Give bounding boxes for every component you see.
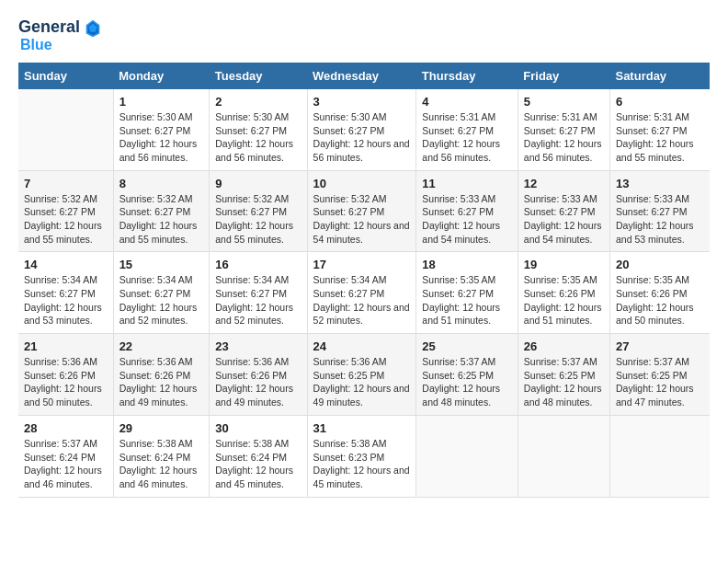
day-number: 2 (215, 95, 301, 109)
day-number: 27 (616, 339, 704, 353)
calendar-cell: 17Sunrise: 5:34 AMSunset: 6:27 PMDayligh… (307, 252, 416, 334)
day-number: 5 (524, 95, 604, 109)
day-sun-info: Sunrise: 5:37 AMSunset: 6:24 PMDaylight:… (24, 437, 108, 491)
weekday-header-sunday: Sunday (18, 63, 113, 89)
page-header: General Blue (18, 18, 710, 53)
day-number: 17 (313, 258, 411, 271)
day-number: 24 (313, 339, 411, 353)
calendar-week-row: 28Sunrise: 5:37 AMSunset: 6:24 PMDayligh… (18, 415, 710, 497)
weekday-header-thursday: Thursday (416, 63, 518, 89)
day-sun-info: Sunrise: 5:32 AMSunset: 6:27 PMDaylight:… (119, 192, 204, 247)
day-number: 20 (616, 258, 704, 271)
calendar-cell: 21Sunrise: 5:36 AMSunset: 6:26 PMDayligh… (18, 334, 113, 416)
day-number: 4 (422, 95, 511, 109)
day-number: 19 (524, 258, 604, 271)
day-number: 21 (24, 339, 108, 353)
day-sun-info: Sunrise: 5:33 AMSunset: 6:27 PMDaylight:… (616, 192, 704, 247)
calendar-cell: 26Sunrise: 5:37 AMSunset: 6:25 PMDayligh… (518, 334, 609, 416)
calendar-week-row: 21Sunrise: 5:36 AMSunset: 6:26 PMDayligh… (18, 334, 710, 416)
day-number: 25 (422, 339, 511, 353)
calendar-week-row: 1Sunrise: 5:30 AMSunset: 6:27 PMDaylight… (18, 89, 710, 170)
calendar-cell: 1Sunrise: 5:30 AMSunset: 6:27 PMDaylight… (113, 89, 210, 170)
day-number: 7 (24, 177, 108, 190)
day-number: 31 (313, 421, 411, 435)
day-sun-info: Sunrise: 5:35 AMSunset: 6:27 PMDaylight:… (422, 273, 511, 327)
day-number: 23 (215, 339, 301, 353)
weekday-header-wednesday: Wednesday (307, 63, 416, 89)
calendar-cell: 28Sunrise: 5:37 AMSunset: 6:24 PMDayligh… (18, 415, 113, 497)
day-sun-info: Sunrise: 5:31 AMSunset: 6:27 PMDaylight:… (616, 110, 704, 165)
day-number: 12 (524, 177, 604, 190)
day-number: 8 (119, 177, 204, 190)
day-number: 9 (215, 177, 301, 190)
day-sun-info: Sunrise: 5:36 AMSunset: 6:26 PMDaylight:… (24, 355, 108, 409)
day-number: 16 (215, 258, 301, 271)
calendar-cell: 23Sunrise: 5:36 AMSunset: 6:26 PMDayligh… (210, 334, 307, 416)
day-number: 18 (422, 258, 511, 271)
weekday-header-tuesday: Tuesday (210, 63, 307, 89)
day-sun-info: Sunrise: 5:30 AMSunset: 6:27 PMDaylight:… (119, 110, 204, 165)
day-number: 29 (119, 421, 204, 435)
calendar-cell: 18Sunrise: 5:35 AMSunset: 6:27 PMDayligh… (416, 252, 518, 334)
day-sun-info: Sunrise: 5:34 AMSunset: 6:27 PMDaylight:… (24, 273, 108, 327)
day-number: 28 (24, 421, 108, 435)
calendar-cell: 31Sunrise: 5:38 AMSunset: 6:23 PMDayligh… (307, 415, 416, 497)
calendar-cell (609, 415, 710, 497)
calendar-cell: 30Sunrise: 5:38 AMSunset: 6:24 PMDayligh… (210, 415, 307, 497)
calendar-cell: 8Sunrise: 5:32 AMSunset: 6:27 PMDaylight… (113, 170, 210, 252)
calendar-cell: 11Sunrise: 5:33 AMSunset: 6:27 PMDayligh… (416, 170, 518, 252)
day-sun-info: Sunrise: 5:34 AMSunset: 6:27 PMDaylight:… (215, 273, 301, 327)
calendar-cell: 7Sunrise: 5:32 AMSunset: 6:27 PMDaylight… (18, 170, 113, 252)
weekday-header-saturday: Saturday (609, 63, 710, 89)
day-number: 22 (119, 339, 204, 353)
day-sun-info: Sunrise: 5:37 AMSunset: 6:25 PMDaylight:… (524, 355, 604, 409)
day-sun-info: Sunrise: 5:33 AMSunset: 6:27 PMDaylight:… (524, 192, 604, 247)
day-sun-info: Sunrise: 5:32 AMSunset: 6:27 PMDaylight:… (215, 192, 301, 247)
day-number: 1 (119, 95, 204, 109)
day-sun-info: Sunrise: 5:31 AMSunset: 6:27 PMDaylight:… (524, 110, 604, 165)
day-sun-info: Sunrise: 5:33 AMSunset: 6:27 PMDaylight:… (422, 192, 511, 247)
weekday-header-monday: Monday (113, 63, 210, 89)
day-sun-info: Sunrise: 5:36 AMSunset: 6:26 PMDaylight:… (215, 355, 301, 409)
day-number: 15 (119, 258, 204, 271)
day-sun-info: Sunrise: 5:38 AMSunset: 6:24 PMDaylight:… (119, 437, 204, 491)
day-sun-info: Sunrise: 5:36 AMSunset: 6:25 PMDaylight:… (313, 355, 411, 409)
day-sun-info: Sunrise: 5:34 AMSunset: 6:27 PMDaylight:… (313, 273, 411, 327)
calendar-week-row: 7Sunrise: 5:32 AMSunset: 6:27 PMDaylight… (18, 170, 710, 252)
day-sun-info: Sunrise: 5:34 AMSunset: 6:27 PMDaylight:… (119, 273, 204, 327)
day-number: 14 (24, 258, 108, 271)
calendar-cell: 25Sunrise: 5:37 AMSunset: 6:25 PMDayligh… (416, 334, 518, 416)
day-number: 11 (422, 177, 511, 190)
logo: General Blue (18, 18, 101, 53)
calendar-header-row: SundayMondayTuesdayWednesdayThursdayFrid… (18, 63, 710, 89)
day-number: 26 (524, 339, 604, 353)
day-sun-info: Sunrise: 5:30 AMSunset: 6:27 PMDaylight:… (313, 110, 411, 165)
day-sun-info: Sunrise: 5:32 AMSunset: 6:27 PMDaylight:… (24, 192, 108, 247)
calendar-cell: 12Sunrise: 5:33 AMSunset: 6:27 PMDayligh… (518, 170, 609, 252)
day-sun-info: Sunrise: 5:30 AMSunset: 6:27 PMDaylight:… (215, 110, 301, 165)
calendar-cell: 4Sunrise: 5:31 AMSunset: 6:27 PMDaylight… (416, 89, 518, 170)
weekday-header-friday: Friday (518, 63, 609, 89)
calendar-cell: 13Sunrise: 5:33 AMSunset: 6:27 PMDayligh… (609, 170, 710, 252)
day-number: 30 (215, 421, 301, 435)
calendar-cell: 15Sunrise: 5:34 AMSunset: 6:27 PMDayligh… (113, 252, 210, 334)
calendar-cell: 27Sunrise: 5:37 AMSunset: 6:25 PMDayligh… (609, 334, 710, 416)
day-sun-info: Sunrise: 5:37 AMSunset: 6:25 PMDaylight:… (422, 355, 511, 409)
day-number: 10 (313, 177, 411, 190)
day-sun-info: Sunrise: 5:38 AMSunset: 6:23 PMDaylight:… (313, 437, 411, 491)
day-number: 3 (313, 95, 411, 109)
calendar-week-row: 14Sunrise: 5:34 AMSunset: 6:27 PMDayligh… (18, 252, 710, 334)
calendar-cell: 6Sunrise: 5:31 AMSunset: 6:27 PMDaylight… (609, 89, 710, 170)
calendar-cell: 29Sunrise: 5:38 AMSunset: 6:24 PMDayligh… (113, 415, 210, 497)
day-sun-info: Sunrise: 5:31 AMSunset: 6:27 PMDaylight:… (422, 110, 511, 165)
day-number: 13 (616, 177, 704, 190)
calendar-cell: 16Sunrise: 5:34 AMSunset: 6:27 PMDayligh… (210, 252, 307, 334)
calendar-cell (18, 89, 113, 170)
day-sun-info: Sunrise: 5:35 AMSunset: 6:26 PMDaylight:… (616, 273, 704, 327)
day-sun-info: Sunrise: 5:36 AMSunset: 6:26 PMDaylight:… (119, 355, 204, 409)
day-number: 6 (616, 95, 704, 109)
day-sun-info: Sunrise: 5:32 AMSunset: 6:27 PMDaylight:… (313, 192, 411, 247)
calendar-cell (416, 415, 518, 497)
day-sun-info: Sunrise: 5:35 AMSunset: 6:26 PMDaylight:… (524, 273, 604, 327)
calendar-table: SundayMondayTuesdayWednesdayThursdayFrid… (18, 63, 710, 498)
